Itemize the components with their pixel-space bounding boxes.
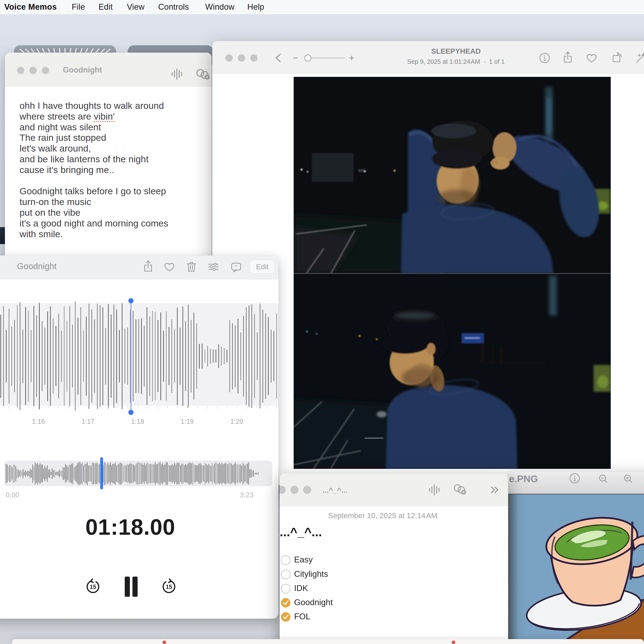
svg-text:15: 15 <box>90 584 96 590</box>
svg-text:15: 15 <box>166 584 172 590</box>
